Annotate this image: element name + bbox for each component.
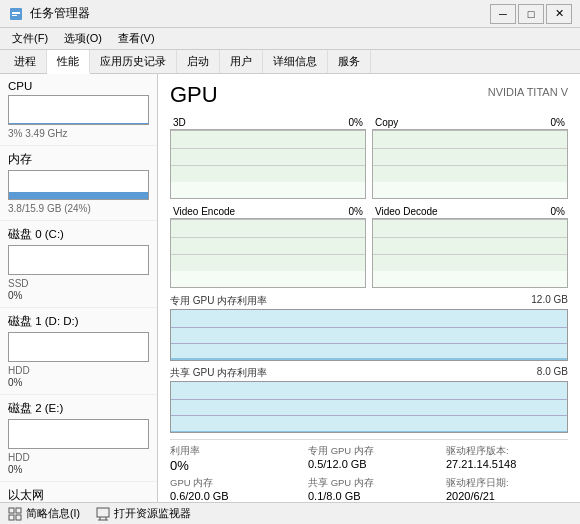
info-gpu-mem-label: GPU 内存 (170, 477, 292, 490)
chart-vencode-inner (171, 219, 365, 271)
info-dedicated-mem-label: 专用 GPU 内存 (308, 445, 430, 458)
info-gpu-mem: GPU 内存 0.6/20.0 GB (170, 477, 292, 502)
memory-usage: 3.8/15.9 GB (24%) (8, 203, 149, 214)
summary-icon (8, 507, 22, 521)
disk1-usage: 0% (8, 377, 149, 388)
gpu-mem-dedicated-title: 专用 GPU 内存利用率 (170, 294, 267, 308)
close-button[interactable]: ✕ (546, 4, 572, 24)
chart-copy-percent: 0% (551, 117, 565, 128)
info-driver-date-label: 驱动程序日期: (446, 477, 568, 490)
chart-3d-box (170, 129, 366, 199)
svg-rect-2 (12, 15, 17, 16)
gpu-title: GPU (170, 82, 218, 108)
disk2-sub: HDD (8, 452, 149, 463)
info-driver-version-value: 27.21.14.5148 (446, 458, 568, 470)
statusbar: 简略信息(I) 打开资源监视器 (0, 502, 580, 524)
tab-details[interactable]: 详细信息 (263, 50, 328, 73)
chart-vencode-percent: 0% (349, 206, 363, 217)
info-driver-date: 驱动程序日期: 2020/6/21 (446, 477, 568, 502)
tab-startup[interactable]: 启动 (177, 50, 220, 73)
menu-bar: 文件(F) 选项(O) 查看(V) (0, 28, 580, 50)
info-driver-version: 驱动程序版本: 27.21.14.5148 (446, 445, 568, 473)
info-driver-version-label: 驱动程序版本: (446, 445, 568, 458)
svg-rect-6 (16, 515, 21, 520)
menu-options[interactable]: 选项(O) (56, 29, 110, 48)
info-driver-date-value: 2020/6/21 (446, 490, 568, 502)
svg-rect-7 (97, 508, 109, 517)
info-shared-mem-value: 0.1/8.0 GB (308, 490, 430, 502)
sidebar-item-memory[interactable]: 内存 3.8/15.9 GB (24%) (0, 146, 157, 221)
chart-3d-label: 3D 0% (170, 116, 366, 129)
gpu-mem-dedicated-chart (170, 309, 568, 361)
chart-vdecode-box (372, 218, 568, 288)
gpu-mem-shared-label: 共享 GPU 内存利用率 8.0 GB (170, 366, 568, 380)
ethernet-label: 以太网 (8, 488, 149, 502)
info-shared-mem: 共享 GPU 内存 0.1/8.0 GB (308, 477, 430, 502)
disk1-label: 磁盘 1 (D: D:) (8, 314, 149, 329)
svg-rect-1 (12, 12, 20, 14)
disk0-graph (8, 245, 149, 275)
gpu-mem-shared-title: 共享 GPU 内存利用率 (170, 366, 267, 380)
tab-performance[interactable]: 性能 (47, 50, 90, 74)
maximize-button[interactable]: □ (518, 4, 544, 24)
cpu-graph (8, 95, 149, 125)
sidebar-item-disk0[interactable]: 磁盘 0 (C:) SSD 0% (0, 221, 157, 308)
chart-vdecode-percent: 0% (551, 206, 565, 217)
disk2-graph (8, 419, 149, 449)
info-gpu-mem-value: 0.6/20.0 GB (170, 490, 292, 502)
disk0-label: 磁盘 0 (C:) (8, 227, 149, 242)
chart-copy-title: Copy (375, 117, 398, 128)
content-header: GPU NVIDIA TITAN V (170, 82, 568, 108)
gpu-chart-copy: Copy 0% (372, 116, 568, 199)
gpu-mem-dedicated-section: 专用 GPU 内存利用率 12.0 GB (170, 294, 568, 361)
statusbar-resource-monitor[interactable]: 打开资源监视器 (96, 507, 191, 521)
window-title: 任务管理器 (30, 5, 90, 22)
chart-3d-percent: 0% (349, 117, 363, 128)
gpu-mem-shared-section: 共享 GPU 内存利用率 8.0 GB (170, 366, 568, 433)
chart-vencode-box (170, 218, 366, 288)
tab-users[interactable]: 用户 (220, 50, 263, 73)
info-utilization-label: 利用率 (170, 445, 292, 458)
info-dedicated-mem-value: 0.5/12.0 GB (308, 458, 430, 470)
gpu-mem-shared-max: 8.0 GB (537, 366, 568, 380)
statusbar-summary-label: 简略信息(I) (26, 507, 80, 521)
chart-vdecode-inner (373, 219, 567, 271)
gpu-name: NVIDIA TITAN V (488, 86, 568, 98)
sidebar-item-disk2[interactable]: 磁盘 2 (E:) HDD 0% (0, 395, 157, 482)
tab-processes[interactable]: 进程 (4, 50, 47, 73)
menu-file[interactable]: 文件(F) (4, 29, 56, 48)
info-dedicated-mem: 专用 GPU 内存 0.5/12.0 GB (308, 445, 430, 473)
tab-services[interactable]: 服务 (328, 50, 371, 73)
gpu-charts-grid: 3D 0% Copy 0% Video Encode (170, 116, 568, 288)
info-shared-mem-label: 共享 GPU 内存 (308, 477, 430, 490)
main-area: CPU 3% 3.49 GHz 内存 3.8/15.9 GB (24%) 磁盘 … (0, 74, 580, 502)
memory-label: 内存 (8, 152, 149, 167)
disk2-usage: 0% (8, 464, 149, 475)
info-utilization: 利用率 0% (170, 445, 292, 473)
sidebar-item-disk1[interactable]: 磁盘 1 (D: D:) HDD 0% (0, 308, 157, 395)
menu-view[interactable]: 查看(V) (110, 29, 163, 48)
info-section: 利用率 0% 专用 GPU 内存 0.5/12.0 GB 驱动程序版本: 27.… (170, 439, 568, 502)
gpu-mem-shared-chart (170, 381, 568, 433)
svg-rect-5 (9, 515, 14, 520)
cpu-label: CPU (8, 80, 149, 92)
sidebar-item-ethernet[interactable]: 以太网 以太网 发送: 0 接收: 8.0 Kbps (0, 482, 157, 502)
statusbar-monitor-label: 打开资源监视器 (114, 507, 191, 521)
gpu-mem-dedicated-max: 12.0 GB (531, 294, 568, 308)
chart-copy-inner (373, 130, 567, 182)
monitor-icon (96, 507, 110, 521)
gpu-chart-video-encode: Video Encode 0% (170, 205, 366, 288)
chart-vencode-label: Video Encode 0% (170, 205, 366, 218)
tab-app-history[interactable]: 应用历史记录 (90, 50, 177, 73)
minimize-button[interactable]: ─ (490, 4, 516, 24)
disk2-label: 磁盘 2 (E:) (8, 401, 149, 416)
chart-3d-inner (171, 130, 365, 182)
sidebar-item-cpu[interactable]: CPU 3% 3.49 GHz (0, 74, 157, 146)
chart-vdecode-label: Video Decode 0% (372, 205, 568, 218)
svg-rect-3 (9, 508, 14, 513)
info-utilization-value: 0% (170, 458, 292, 473)
chart-copy-label: Copy 0% (372, 116, 568, 129)
statusbar-summary[interactable]: 简略信息(I) (8, 507, 80, 521)
title-bar: 任务管理器 ─ □ ✕ (0, 0, 580, 28)
svg-rect-4 (16, 508, 21, 513)
